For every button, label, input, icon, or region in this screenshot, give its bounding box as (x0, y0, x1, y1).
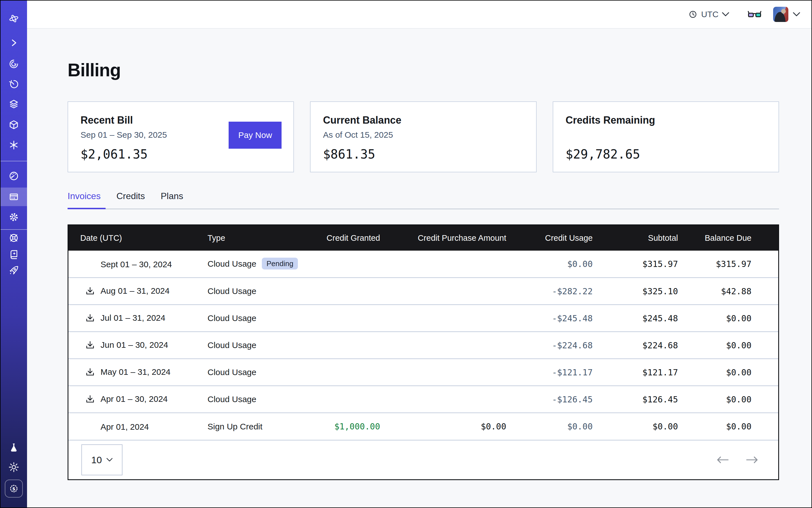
page-size-select[interactable]: 10 (81, 444, 123, 475)
table-row: Jul 01 – 31, 2024 Cloud Usage -$245.48 $… (69, 305, 778, 332)
balance-due-cell: $315.97 (689, 251, 778, 278)
date-cell: Jun 01 – 30, 2024 (69, 332, 195, 359)
cube-package-icon[interactable] (8, 119, 20, 131)
credit-granted-cell (319, 359, 391, 386)
card-title: Credits Remaining (566, 114, 766, 126)
status-badge: Pending (262, 258, 298, 269)
card-amount: $29,782.65 (566, 147, 766, 161)
type-cell: Cloud Usage (195, 278, 319, 305)
type-cell: Cloud Usage (195, 386, 319, 413)
timezone-selector[interactable]: UTC (688, 9, 729, 19)
col-credit-granted: Credit Granted (319, 225, 391, 251)
download-invoice-icon[interactable] (84, 394, 96, 405)
labs-flask-icon[interactable] (8, 441, 20, 454)
balance-due-cell: $0.00 (689, 386, 778, 413)
arrow-right-icon (745, 456, 759, 464)
date-cell: Aug 01 – 31, 2024 (69, 278, 195, 305)
download-spacer (84, 421, 96, 432)
table-row: Apr 01 – 30, 2024 Cloud Usage -$126.45 $… (69, 386, 778, 413)
credit-granted-cell (319, 332, 391, 359)
credit-purchase-cell (391, 386, 517, 413)
type-cell: Sign Up Credit (195, 413, 319, 440)
subtotal-cell: $224.68 (604, 332, 689, 359)
account-menu-button[interactable] (793, 12, 800, 16)
download-spacer (84, 258, 96, 270)
glasses-icon (748, 10, 761, 18)
docs-book-sparkle-icon[interactable] (8, 248, 20, 261)
previous-page-button[interactable] (716, 456, 729, 464)
col-type: Type (195, 225, 319, 251)
chevron-down-icon (106, 458, 113, 462)
balance-due-cell: $0.00 (689, 359, 778, 386)
date-cell: Jul 01 – 31, 2024 (69, 305, 195, 332)
subtotal-cell: $245.48 (604, 305, 689, 332)
table-row: Jun 01 – 30, 2024 Cloud Usage -$224.68 $… (69, 332, 778, 359)
table-row: Aug 01 – 31, 2024 Cloud Usage -$282.22 $… (69, 278, 778, 305)
credits-dollar-badge-icon[interactable]: $ (5, 479, 23, 498)
credit-purchase-cell: $0.00 (391, 413, 517, 440)
current-balance-card: Current Balance As of Oct 15, 2025 $861.… (310, 101, 537, 172)
asterisk-icon[interactable] (8, 139, 20, 151)
download-invoice-icon[interactable] (84, 286, 96, 297)
chevron-right-icon[interactable] (8, 37, 20, 49)
credit-usage-cell: -$121.17 (517, 359, 604, 386)
content: Billing Recent Bill Sep 01 – Sep 30, 202… (27, 29, 811, 507)
download-invoice-icon[interactable] (84, 340, 96, 351)
clock-icon (688, 9, 698, 19)
download-invoice-icon[interactable] (84, 367, 96, 378)
credit-usage-cell: $0.00 (517, 251, 604, 278)
orbit-logo-icon[interactable] (8, 12, 20, 25)
page-title: Billing (68, 60, 811, 81)
col-balance-due: Balance Due (689, 225, 778, 251)
credit-purchase-cell (391, 305, 517, 332)
page-size-value: 10 (91, 455, 102, 465)
settings-gear-icon[interactable] (8, 211, 20, 223)
next-page-button[interactable] (745, 456, 759, 464)
sidebar-divider (1, 229, 27, 230)
timezone-label: UTC (701, 9, 719, 19)
chevron-down-icon (722, 12, 729, 16)
dashboard-gauge-icon[interactable] (8, 170, 20, 182)
reader-glasses-button[interactable] (748, 10, 761, 18)
sidebar: $ (1, 1, 27, 507)
main-area: UTC Billing (27, 1, 811, 507)
layers-stack-icon[interactable] (8, 98, 20, 111)
tab-plans[interactable]: Plans (161, 191, 184, 209)
rocket-icon[interactable] (8, 264, 20, 277)
support-wheel-icon[interactable] (8, 232, 20, 244)
subtotal-cell: $315.97 (604, 251, 689, 278)
table-row: Sept 01 – 30, 2024 Cloud UsagePending $0… (69, 251, 778, 278)
type-cell: Cloud Usage (195, 359, 319, 386)
subtotal-cell: $325.10 (604, 278, 689, 305)
invoices-table: Date (UTC) Type Credit Granted Credit Pu… (68, 224, 779, 480)
pay-now-button[interactable]: Pay Now (229, 122, 282, 149)
balance-due-cell: $0.00 (689, 305, 778, 332)
balance-due-cell: $0.00 (689, 332, 778, 359)
credit-usage-cell: $0.00 (517, 413, 604, 440)
tab-credits[interactable]: Credits (116, 191, 146, 209)
tab-invoices[interactable]: Invoices (68, 191, 102, 209)
theme-sun-icon[interactable] (8, 461, 20, 473)
summary-cards: Recent Bill Sep 01 – Sep 30, 2025 $2,061… (68, 101, 779, 172)
topbar: UTC (27, 1, 811, 29)
credit-granted-cell (319, 278, 391, 305)
credit-usage-cell: -$245.48 (517, 305, 604, 332)
subtotal-cell: $121.17 (604, 359, 689, 386)
credit-purchase-cell (391, 278, 517, 305)
stream-spiral-icon[interactable] (8, 58, 20, 70)
user-avatar[interactable] (773, 7, 788, 22)
sidebar-item-billing[interactable] (1, 187, 27, 206)
balance-due-cell: $42.88 (689, 278, 778, 305)
card-subtitle (566, 130, 766, 141)
credit-purchase-cell (391, 332, 517, 359)
billing-tabs: Invoices Credits Plans (68, 191, 779, 209)
credit-purchase-cell (391, 251, 517, 278)
card-subtitle: As of Oct 15, 2025 (323, 130, 523, 141)
date-cell: Apr 01, 2024 (69, 413, 195, 440)
history-clock-icon[interactable] (8, 78, 20, 90)
credit-purchase-cell (391, 359, 517, 386)
billing-credit-card-icon (8, 191, 19, 203)
download-invoice-icon[interactable] (84, 312, 96, 324)
date-cell: May 01 – 31, 2024 (69, 359, 195, 386)
col-credit-purchase-amount: Credit Purchase Amount (391, 225, 517, 251)
